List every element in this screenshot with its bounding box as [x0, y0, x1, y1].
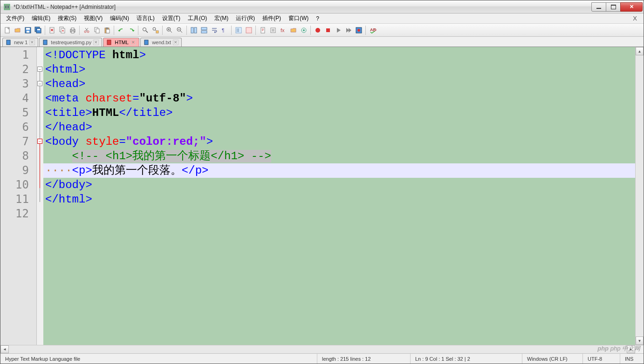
- code-line: </body>: [43, 178, 635, 192]
- close-button[interactable]: [620, 2, 643, 12]
- minimize-button[interactable]: [591, 2, 606, 12]
- undo-icon[interactable]: [116, 25, 126, 35]
- tab-wend[interactable]: wend.txt ✕: [140, 38, 182, 47]
- toolbar-separator: [255, 26, 256, 35]
- open-file-icon[interactable]: [13, 25, 22, 35]
- menu-file[interactable]: 文件(F): [2, 13, 28, 23]
- menu-plugins[interactable]: 插件(P): [259, 13, 285, 23]
- editor[interactable]: 1 2 3 4 5 6 7 8 9 10 11 12 − − − <!DOCTY…: [0, 47, 644, 345]
- cut-icon[interactable]: [82, 25, 91, 35]
- menu-settings[interactable]: 设置(T): [158, 13, 184, 23]
- redo-icon[interactable]: [126, 25, 136, 35]
- menu-run[interactable]: 运行(R): [232, 13, 259, 23]
- tab-new1[interactable]: new 1 ✕: [2, 38, 38, 47]
- menu-encoding[interactable]: 编码(N): [106, 13, 133, 23]
- new-file-icon[interactable]: [2, 25, 12, 35]
- lang-udl-icon[interactable]: [244, 25, 253, 35]
- monitoring-icon[interactable]: [299, 25, 308, 35]
- find-icon[interactable]: [140, 25, 150, 35]
- save-macro-icon[interactable]: [354, 25, 363, 35]
- status-encoding[interactable]: UTF-8: [583, 354, 620, 364]
- app-window: *D:\txt\HTML - Notepad++ [Administrator]…: [0, 0, 644, 364]
- code-line-current: ····<p>我的第一个段落。</p>: [43, 163, 635, 178]
- tab-close-icon[interactable]: ✕: [93, 40, 99, 45]
- save-icon[interactable]: [23, 25, 33, 35]
- doc-map-icon[interactable]: [258, 25, 267, 35]
- scroll-up-icon[interactable]: ▲: [636, 47, 644, 55]
- menubar-close-x[interactable]: X: [628, 15, 642, 22]
- close-all-icon[interactable]: [57, 25, 67, 35]
- line-number: 9: [0, 163, 36, 178]
- menu-window[interactable]: 窗口(W): [285, 13, 312, 23]
- svg-text:¶: ¶: [222, 28, 224, 33]
- fold-column[interactable]: − − −: [37, 47, 43, 345]
- copy-icon[interactable]: [92, 25, 102, 35]
- save-all-icon[interactable]: [33, 25, 43, 35]
- scroll-down-icon[interactable]: ▼: [636, 337, 644, 345]
- status-insert-mode[interactable]: INS: [620, 354, 644, 364]
- func-list-icon[interactable]: fx: [278, 25, 288, 35]
- tab-html[interactable]: HTML ✕: [103, 38, 139, 47]
- menubar: 文件(F) 编辑(E) 搜索(S) 视图(V) 编码(N) 语言(L) 设置(T…: [0, 13, 644, 24]
- svg-rect-3: [26, 28, 30, 30]
- fold-minus-icon[interactable]: −: [37, 139, 42, 144]
- scroll-track[interactable]: [636, 55, 644, 337]
- indent-guide-icon[interactable]: [233, 25, 243, 35]
- replace-icon[interactable]: [151, 25, 160, 35]
- fold-minus-icon[interactable]: −: [37, 67, 42, 72]
- toolbar-separator: [231, 26, 232, 35]
- svg-text:ABC: ABC: [370, 27, 377, 32]
- line-number: 5: [0, 106, 36, 120]
- menu-view[interactable]: 视图(V): [80, 13, 106, 23]
- menu-language[interactable]: 语言(L): [133, 13, 158, 23]
- record-icon[interactable]: [313, 25, 322, 35]
- maximize-button[interactable]: [606, 2, 621, 12]
- print-icon[interactable]: [68, 25, 77, 35]
- status-position: Ln : 9 Col : 1 Sel : 32 | 2: [411, 354, 522, 364]
- line-number: 12: [0, 207, 36, 221]
- zoom-in-icon[interactable]: [164, 25, 174, 35]
- fold-guide-red: [40, 144, 40, 188]
- close-file-icon[interactable]: [47, 25, 57, 35]
- menu-macro[interactable]: 宏(M): [211, 13, 232, 23]
- tab-close-icon[interactable]: ✕: [130, 40, 136, 45]
- line-number: 6: [0, 120, 36, 135]
- tab-close-icon[interactable]: ✕: [29, 40, 35, 45]
- wordwrap-icon[interactable]: [209, 25, 219, 35]
- svg-rect-19: [106, 27, 108, 29]
- folder-workspace-icon[interactable]: [288, 25, 298, 35]
- toolbar-separator: [45, 26, 45, 35]
- zoom-out-icon[interactable]: [175, 25, 185, 35]
- scroll-right-icon[interactable]: ►: [627, 345, 635, 353]
- vertical-scrollbar[interactable]: ▲ ▼: [635, 47, 644, 345]
- tab-label: testrequestimg.py: [51, 40, 91, 45]
- titlebar[interactable]: *D:\txt\HTML - Notepad++ [Administrator]: [0, 0, 644, 13]
- spellcheck-icon[interactable]: ABC: [368, 25, 377, 35]
- code-area[interactable]: <!DOCTYPE html> <html> <head> <meta char…: [43, 47, 635, 345]
- toolbar-separator: [310, 26, 311, 35]
- svg-rect-45: [107, 40, 111, 45]
- play-multi-icon[interactable]: [343, 25, 353, 35]
- show-all-chars-icon[interactable]: ¶: [219, 25, 229, 35]
- play-icon[interactable]: [333, 25, 343, 35]
- tab-close-icon[interactable]: ✕: [173, 40, 178, 45]
- doc-list-icon[interactable]: [268, 25, 278, 35]
- scroll-left-icon[interactable]: ◄: [0, 345, 9, 353]
- status-eol[interactable]: Windows (CR LF): [522, 354, 583, 364]
- line-number: 11: [0, 192, 36, 207]
- scroll-track[interactable]: [9, 345, 627, 353]
- sync-h-icon[interactable]: [199, 25, 209, 35]
- menu-search[interactable]: 搜索(S): [54, 13, 80, 23]
- horizontal-scrollbar[interactable]: ◄ ►: [0, 345, 644, 353]
- stop-record-icon[interactable]: [323, 25, 333, 35]
- window-title: *D:\txt\HTML - Notepad++ [Administrator]: [14, 4, 592, 10]
- menu-tools[interactable]: 工具(O): [184, 13, 211, 23]
- menu-help[interactable]: ?: [312, 14, 323, 23]
- menu-edit[interactable]: 编辑(E): [28, 13, 54, 23]
- fold-minus-icon[interactable]: −: [37, 81, 42, 86]
- sync-v-icon[interactable]: [189, 25, 199, 35]
- tab-testrequest[interactable]: testrequestimg.py ✕: [39, 38, 102, 47]
- svg-rect-12: [71, 28, 74, 30]
- svg-rect-23: [156, 31, 158, 33]
- paste-icon[interactable]: [102, 25, 112, 35]
